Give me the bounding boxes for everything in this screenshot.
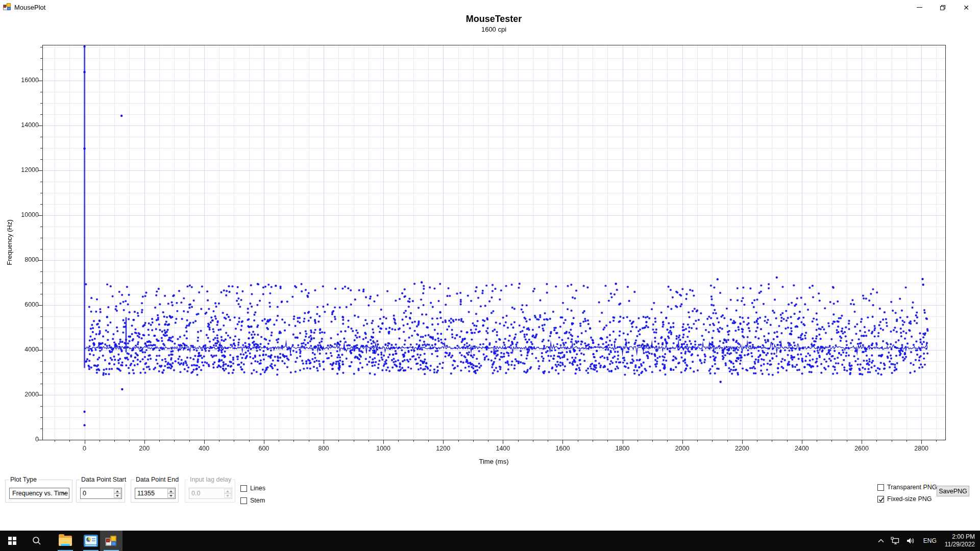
- file-explorer-icon: [59, 536, 72, 546]
- plot-type-group: Plot Type Frequency vs. Time: [5, 480, 72, 503]
- x-tick-label: 2200: [727, 445, 757, 452]
- x-tick-label: 400: [189, 445, 219, 452]
- y-tick-label: 10000: [9, 211, 39, 218]
- minimize-icon: [917, 7, 922, 8]
- windows-logo-icon: [8, 537, 16, 545]
- network-icon: [891, 537, 900, 545]
- time-label: 2:00 PM: [945, 533, 975, 541]
- arrow-up-icon: [226, 490, 229, 492]
- clock[interactable]: 2:00 PM 11/29/2022: [942, 531, 980, 551]
- chevron-up-icon: [878, 539, 884, 543]
- hidden-icons-button[interactable]: [874, 531, 888, 551]
- arrow-up-icon: [116, 490, 119, 492]
- input-lag-delay-input: [189, 488, 223, 498]
- y-tick-label: 8000: [9, 256, 39, 263]
- minimize-button[interactable]: [908, 0, 931, 15]
- app-icon: [3, 3, 11, 11]
- data-point-end-group: Data Point End: [131, 480, 179, 503]
- x-tick-label: 1200: [428, 445, 458, 452]
- x-tick-label: 0: [69, 445, 100, 452]
- data-point-end-updown: [135, 488, 176, 499]
- x-tick-label: 1400: [487, 445, 518, 452]
- plot-type-combobox[interactable]: Frequency vs. Time: [9, 488, 69, 499]
- x-tick-label: 2800: [906, 445, 937, 452]
- arrow-down-icon: [169, 495, 173, 497]
- stem-checkbox-row[interactable]: Stem: [240, 497, 265, 504]
- close-button[interactable]: ✕: [954, 0, 978, 15]
- language-label: ENG: [923, 537, 937, 544]
- fixed-png-row[interactable]: Fixed-size PNG: [877, 495, 932, 503]
- fixed-png-label: Fixed-size PNG: [887, 495, 932, 503]
- mousetester-app-icon: [84, 535, 98, 547]
- fixed-png-checkbox[interactable]: [877, 496, 884, 503]
- save-png-button[interactable]: SavePNG: [937, 486, 969, 496]
- chart-region: MouseTester 1600 cpi Time (ms) Frequency…: [0, 0, 980, 480]
- x-tick-label: 800: [308, 445, 339, 452]
- data-point-start-input[interactable]: [81, 488, 113, 498]
- save-png-label: SavePNG: [939, 488, 967, 495]
- lines-checkbox[interactable]: [240, 485, 247, 492]
- input-lag-delay-updown: [189, 488, 232, 499]
- spin-up-button[interactable]: [167, 489, 175, 493]
- x-tick-label: 1000: [368, 445, 399, 452]
- lines-label: Lines: [250, 485, 265, 492]
- arrow-up-icon: [169, 490, 173, 492]
- arrow-down-icon: [116, 495, 119, 497]
- restore-button[interactable]: [931, 0, 954, 15]
- date-label: 11/29/2022: [945, 541, 975, 548]
- chevron-down-icon: [62, 492, 66, 495]
- x-tick-label: 2000: [667, 445, 698, 452]
- spin-down-button[interactable]: [167, 493, 175, 498]
- network-button[interactable]: [888, 531, 903, 551]
- volume-icon: [906, 537, 915, 545]
- language-indicator[interactable]: ENG: [918, 531, 942, 551]
- window-titlebar: MousePlot ✕: [0, 0, 980, 15]
- y-tick-label: 14000: [9, 121, 39, 129]
- x-tick-label: 1800: [607, 445, 638, 452]
- mouseplot-active-button[interactable]: [100, 531, 122, 551]
- mouseplot-app-icon: [106, 535, 117, 546]
- y-tick-label: 12000: [9, 166, 39, 173]
- y-tick-label: 4000: [9, 346, 39, 353]
- transparent-png-checkbox[interactable]: [877, 484, 884, 491]
- chart-title: MouseTester: [42, 14, 945, 24]
- y-tick-label: 0: [9, 436, 39, 443]
- stem-checkbox[interactable]: [240, 497, 247, 504]
- mousetester-app-button[interactable]: [79, 531, 103, 551]
- search-button[interactable]: [24, 531, 49, 551]
- transparent-png-row[interactable]: Transparent PNG: [877, 484, 937, 491]
- data-point-end-input[interactable]: [135, 488, 166, 498]
- spin-up-button[interactable]: [114, 489, 121, 493]
- spin-down-button: [224, 493, 231, 498]
- x-axis-title: Time (ms): [42, 458, 945, 465]
- volume-button[interactable]: [903, 531, 918, 551]
- x-tick-label: 2600: [846, 445, 877, 452]
- taskbar: ENG 2:00 PM 11/29/2022: [0, 531, 980, 551]
- x-tick-label: 200: [129, 445, 160, 452]
- arrow-down-icon: [226, 495, 229, 497]
- start-button[interactable]: [0, 531, 24, 551]
- file-explorer-button[interactable]: [53, 531, 78, 551]
- spin-up-button: [224, 489, 231, 493]
- search-icon: [32, 536, 42, 546]
- y-tick-label: 16000: [9, 77, 39, 84]
- frequency-plot: [0, 0, 980, 480]
- stem-label: Stem: [250, 497, 265, 504]
- restore-icon: [940, 5, 945, 10]
- y-tick-label: 2000: [9, 391, 39, 398]
- data-point-start-updown: [80, 488, 122, 499]
- check-icon: [878, 496, 885, 503]
- plot-type-value: Frequency vs. Time: [12, 490, 68, 497]
- data-point-start-group: Data Point Start: [76, 480, 125, 503]
- system-tray: ENG 2:00 PM 11/29/2022: [874, 531, 980, 551]
- spin-down-button[interactable]: [114, 493, 121, 498]
- x-tick-label: 600: [249, 445, 279, 452]
- x-tick-label: 2400: [787, 445, 817, 452]
- chart-subtitle: 1600 cpi: [42, 26, 945, 33]
- transparent-png-label: Transparent PNG: [887, 484, 937, 491]
- window-title: MousePlot: [14, 4, 45, 11]
- lines-checkbox-row[interactable]: Lines: [240, 485, 265, 492]
- x-tick-label: 1600: [547, 445, 578, 452]
- input-lag-delay-group: Input lag delay: [185, 480, 235, 503]
- close-icon: ✕: [963, 4, 969, 12]
